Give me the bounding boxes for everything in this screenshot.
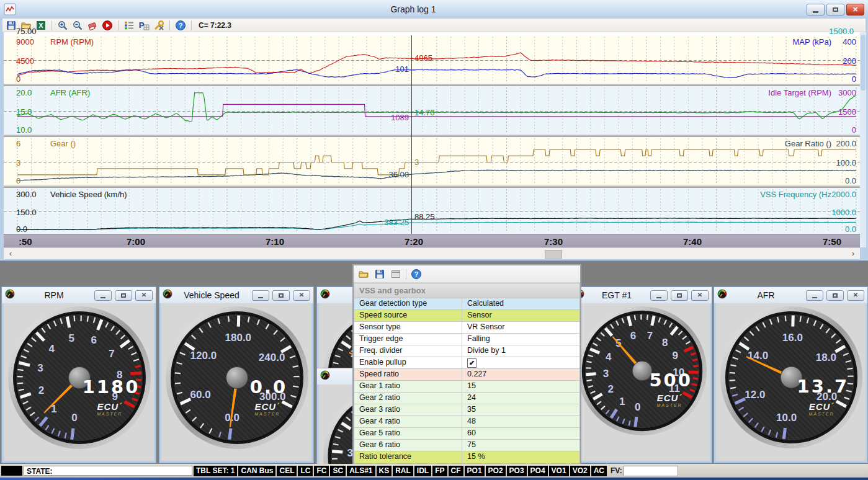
dialog-row-value[interactable]: Sensor — [462, 310, 579, 321]
dialog-row-gear-2-ratio[interactable]: Gear 2 ratio24 — [354, 393, 579, 404]
panel-separator[interactable] — [4, 84, 860, 86]
dialog-row-label: Ratio tolerance — [354, 451, 462, 463]
svg-text:X: X — [38, 22, 43, 29]
right-tick: 0.0 — [845, 177, 856, 185]
gauge-maximize-button[interactable] — [826, 290, 844, 301]
scrollbar-thumb[interactable] — [545, 250, 562, 259]
dialog-row-speed-source[interactable]: Speed sourceSensor — [354, 310, 579, 322]
dialog-save-icon[interactable] — [374, 268, 386, 280]
gauge-minimize-button[interactable] — [94, 290, 112, 301]
dialog-row-value[interactable]: VR Sensor — [462, 322, 579, 333]
gauge-maximize-button[interactable] — [115, 290, 132, 301]
clipped-axis-label-right: 1500.0 — [829, 27, 854, 35]
log-panel-gear[interactable]: 630Gear ()200.0100.00.0Gear Ratio ()336.… — [4, 137, 860, 185]
vertical-scrollbar[interactable] — [860, 32, 866, 247]
dialog-window-icon[interactable] — [390, 268, 402, 280]
app-screen: Graph log 1 ✕ XP?C= 7:22.3 75.001500.090… — [0, 0, 868, 480]
log-panel-vehicle-speed-km-h[interactable]: 300.0150.00.0Vehicle Speed (km/h)2000.01… — [4, 188, 860, 234]
gauge-minimize-button[interactable] — [806, 290, 823, 301]
dialog-row-value[interactable]: 48 — [462, 416, 579, 427]
dialog-row-value[interactable]: 15 — [462, 381, 579, 392]
gauge-maximize-button[interactable] — [272, 290, 290, 301]
status-bar: STATE: TBL SET: 1CAN BusCELLCFCSCALS#1KS… — [0, 464, 868, 478]
fv-field[interactable] — [624, 466, 678, 476]
dialog-row-trigger-edge[interactable]: Trigger edgeFalling — [354, 334, 579, 345]
enable-pullup-checkbox[interactable]: ✔ — [467, 358, 477, 368]
right-tick: 0 — [852, 75, 856, 83]
maximize-button[interactable] — [826, 4, 844, 16]
horizontal-scrollbar[interactable]: ‹› — [4, 247, 860, 259]
state-label: STATE: — [27, 467, 53, 476]
save-icon[interactable] — [5, 19, 17, 32]
time-cursor-line[interactable] — [411, 35, 412, 234]
dialog-row-ratio-tolerance[interactable]: Ratio tolerance15 % — [354, 451, 579, 463]
svg-text:4: 4 — [606, 351, 612, 363]
log-panel-rpm-rpm[interactable]: 900045000RPM (RPM)4002000MAP (kPa)496510… — [4, 35, 860, 84]
dialog-row-enable-pullup[interactable]: Enable pullup✔ — [354, 357, 579, 369]
status-badge-fp: FP — [432, 466, 447, 476]
dialog-row-value[interactable]: 0.227 — [462, 369, 579, 380]
zoom-in-icon[interactable] — [56, 19, 69, 32]
dialog-row-value[interactable]: Divide by 1 — [462, 345, 579, 357]
dialog-row-value[interactable]: Calculated — [462, 298, 579, 309]
gauge-close-button[interactable]: ✕ — [293, 290, 310, 301]
dialog-open-icon[interactable] — [357, 268, 370, 280]
record-icon[interactable] — [101, 19, 114, 32]
params-icon[interactable]: P — [138, 19, 150, 32]
legend-icon[interactable] — [123, 19, 135, 32]
dialog-help-icon[interactable]: ? — [410, 268, 423, 280]
gauge-minimize-button[interactable] — [650, 290, 668, 301]
dialog-row-gear-3-ratio[interactable]: Gear 3 ratio35 — [354, 404, 579, 416]
dialog-row-speed-ratio[interactable]: Speed ratio0.227 — [354, 369, 579, 381]
cursor-time-label: C= 7:22.3 — [196, 21, 231, 30]
close-button[interactable]: ✕ — [846, 4, 864, 16]
right-axis-name: VSS Frequency (Hz — [760, 190, 831, 198]
log-panel-afr-afr[interactable]: 20.015.010.0AFR (AFR)300015000Idle Targe… — [4, 86, 860, 135]
erase-icon[interactable] — [86, 19, 99, 32]
scroll-left-arrow[interactable]: ‹ — [5, 248, 16, 259]
status-badge-vo2: VO2 — [570, 466, 590, 476]
dialog-row-value[interactable]: 35 — [462, 404, 579, 416]
panel-separator[interactable] — [4, 135, 860, 137]
dialog-row-gear-detection-type[interactable]: Gear detection typeCalculated — [354, 298, 579, 310]
zoom-out-icon[interactable] — [71, 19, 84, 32]
dialog-row-value[interactable]: 24 — [462, 393, 579, 404]
dialog-row-value[interactable]: ✔ — [462, 357, 579, 368]
minimize-button[interactable] — [807, 4, 825, 16]
dialog-row-value[interactable]: 15 % — [462, 451, 579, 463]
gauge-maximize-button[interactable] — [671, 290, 688, 301]
state-field: STATE: — [24, 466, 192, 476]
left-tick: 10.0 — [16, 126, 32, 134]
right-tick: 100.0 — [836, 159, 856, 167]
window-title: Graph log 1 — [20, 4, 807, 14]
tools-icon[interactable] — [153, 19, 165, 32]
scroll-right-arrow[interactable]: › — [848, 248, 859, 259]
dialog-row-gear-5-ratio[interactable]: Gear 5 ratio60 — [354, 428, 579, 440]
dialog-row-label: Speed ratio — [354, 369, 462, 380]
dialog-row-sensor-type[interactable]: Sensor typeVR Sensor — [354, 322, 579, 334]
vertical-scroll-thumb[interactable] — [861, 35, 866, 91]
help-icon[interactable]: ? — [174, 19, 187, 32]
dialog-row-gear-4-ratio[interactable]: Gear 4 ratio48 — [354, 416, 579, 428]
dialog-row-value[interactable]: 75 — [462, 440, 579, 451]
gauge-minimize-button[interactable] — [252, 290, 269, 301]
dialog-row-value[interactable]: 60 — [462, 428, 579, 439]
gauge-dial: 01234567891011500ECU´MASTER — [577, 306, 707, 436]
dialog-row-gear-6-ratio[interactable]: Gear 6 ratio75 — [354, 440, 579, 451]
panel-separator[interactable] — [4, 185, 860, 188]
gauge-close-button[interactable]: ✕ — [847, 290, 864, 301]
dialog-row-gear-1-ratio[interactable]: Gear 1 ratio15 — [354, 381, 579, 393]
dialog-row-freq-divider[interactable]: Freq. dividerDivide by 1 — [354, 345, 579, 357]
export-icon[interactable]: X — [35, 19, 47, 32]
time-tick-label: 7:00 — [127, 236, 145, 247]
status-badge-lc: LC — [298, 466, 313, 476]
gauge-close-button[interactable]: ✕ — [135, 290, 153, 301]
left-tick: 20.0 — [16, 89, 32, 97]
ecumaster-logo: ECU´MASTER — [649, 393, 691, 407]
time-axis-band[interactable]: :507:007:107:207:307:407:50 — [4, 234, 860, 248]
dialog-row-value[interactable]: Falling — [462, 334, 579, 345]
gauge-close-button[interactable]: ✕ — [691, 290, 709, 301]
left-tick: 0 — [16, 177, 20, 185]
status-badge-als-1: ALS#1 — [347, 466, 375, 476]
svg-text:?: ? — [414, 270, 419, 278]
